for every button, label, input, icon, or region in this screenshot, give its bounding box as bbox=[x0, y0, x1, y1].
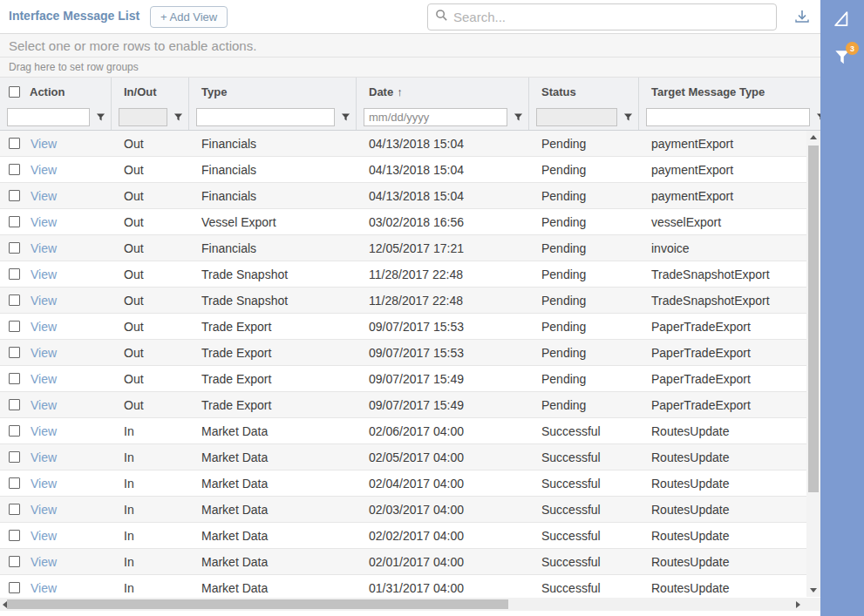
row-checkbox[interactable] bbox=[9, 347, 20, 358]
filters-tool-button[interactable]: 3 bbox=[829, 46, 855, 71]
row-checkbox[interactable] bbox=[9, 582, 20, 593]
grid-header: Action In/Out Type bbox=[0, 78, 820, 131]
view-link[interactable]: View bbox=[31, 398, 57, 412]
status-cell: Successful bbox=[529, 555, 639, 569]
column-header-date[interactable]: Date ↑ bbox=[357, 78, 529, 130]
search-box[interactable] bbox=[427, 3, 777, 30]
date-cell: 09/07/2017 15:53 bbox=[357, 346, 529, 360]
type-cell: Financials bbox=[189, 137, 357, 151]
type-cell: Trade Export bbox=[189, 372, 357, 386]
columns-tool-button[interactable] bbox=[829, 8, 855, 32]
row-checkbox[interactable] bbox=[9, 556, 20, 567]
table-row: View In Market Data 02/04/2017 04:00 Suc… bbox=[0, 470, 820, 497]
inout-filter-input[interactable] bbox=[119, 108, 167, 126]
view-link[interactable]: View bbox=[31, 137, 57, 151]
target-cell: RoutesUpdate bbox=[639, 581, 820, 595]
date-filter-input[interactable] bbox=[364, 108, 507, 126]
status-cell: Pending bbox=[529, 215, 639, 229]
status-filter-input[interactable] bbox=[536, 108, 617, 126]
row-checkbox[interactable] bbox=[9, 190, 20, 201]
action-cell: View bbox=[0, 163, 112, 177]
view-link[interactable]: View bbox=[31, 450, 57, 464]
date-cell: 02/06/2017 04:00 bbox=[357, 424, 529, 438]
type-cell: Market Data bbox=[189, 450, 357, 464]
date-cell: 04/13/2018 15:04 bbox=[357, 163, 529, 177]
target-cell: RoutesUpdate bbox=[639, 424, 820, 438]
select-all-checkbox[interactable] bbox=[9, 86, 20, 98]
view-link[interactable]: View bbox=[31, 241, 57, 255]
filter-funnel-icon[interactable] bbox=[172, 111, 184, 123]
column-label: Date bbox=[369, 85, 393, 98]
row-checkbox[interactable] bbox=[9, 477, 20, 489]
view-link[interactable]: View bbox=[31, 529, 57, 543]
table-row: View In Market Data 01/31/2017 04:00 Suc… bbox=[0, 575, 820, 597]
scroll-down-arrow[interactable] bbox=[810, 588, 817, 592]
column-label: Target Message Type bbox=[651, 85, 765, 98]
download-button[interactable] bbox=[789, 6, 815, 29]
row-checkbox[interactable] bbox=[9, 530, 20, 541]
row-checkbox[interactable] bbox=[9, 268, 20, 280]
table-row: View In Market Data 02/01/2017 04:00 Suc… bbox=[0, 549, 820, 575]
filter-funnel-icon[interactable] bbox=[94, 111, 106, 123]
row-checkbox[interactable] bbox=[9, 242, 20, 254]
view-link[interactable]: View bbox=[31, 372, 57, 386]
target-cell: paymentExport bbox=[639, 189, 820, 203]
row-checkbox[interactable] bbox=[9, 164, 20, 175]
filter-funnel-icon[interactable] bbox=[339, 111, 351, 123]
view-link[interactable]: View bbox=[31, 267, 57, 281]
action-cell: View bbox=[0, 189, 112, 203]
view-link[interactable]: View bbox=[31, 215, 57, 229]
view-link[interactable]: View bbox=[31, 294, 57, 308]
column-label: In/Out bbox=[124, 85, 157, 98]
row-checkbox[interactable] bbox=[9, 425, 20, 437]
vertical-scrollbar[interactable] bbox=[806, 131, 820, 597]
type-filter-input[interactable] bbox=[196, 108, 335, 126]
row-group-drop-zone[interactable]: Drag here to set row groups bbox=[0, 58, 820, 78]
search-input[interactable] bbox=[453, 10, 769, 24]
view-link[interactable]: View bbox=[31, 581, 57, 595]
action-cell: View bbox=[0, 581, 112, 595]
action-cell: View bbox=[0, 241, 112, 255]
view-link[interactable]: View bbox=[31, 477, 57, 491]
view-link[interactable]: View bbox=[31, 503, 57, 517]
view-link[interactable]: View bbox=[31, 346, 57, 360]
date-cell: 02/03/2017 04:00 bbox=[357, 503, 529, 517]
horizontal-scrollbar[interactable] bbox=[0, 598, 820, 611]
action-cell: View bbox=[0, 503, 112, 517]
vertical-scrollbar-thumb[interactable] bbox=[808, 146, 819, 492]
row-checkbox[interactable] bbox=[9, 399, 20, 410]
type-cell: Market Data bbox=[189, 477, 357, 491]
date-cell: 04/13/2018 15:04 bbox=[357, 189, 529, 203]
type-cell: Trade Export bbox=[189, 320, 357, 334]
view-link[interactable]: View bbox=[31, 424, 57, 438]
horizontal-scrollbar-thumb[interactable] bbox=[7, 599, 508, 609]
scroll-right-arrow[interactable] bbox=[796, 601, 800, 608]
row-checkbox[interactable] bbox=[9, 504, 20, 515]
view-link[interactable]: View bbox=[31, 189, 57, 203]
row-checkbox[interactable] bbox=[9, 451, 20, 463]
filter-funnel-icon[interactable] bbox=[512, 111, 524, 123]
rows-container: View Out Financials 04/13/2018 15:04 Pen… bbox=[0, 131, 820, 597]
filter-funnel-icon[interactable] bbox=[622, 111, 634, 123]
row-checkbox[interactable] bbox=[9, 294, 20, 306]
status-cell: Successful bbox=[529, 450, 639, 464]
row-checkbox[interactable] bbox=[9, 138, 20, 149]
add-view-button[interactable]: + Add View bbox=[150, 6, 228, 28]
inout-cell: Out bbox=[112, 189, 189, 203]
view-link[interactable]: View bbox=[31, 555, 57, 569]
view-link[interactable]: View bbox=[31, 163, 57, 177]
type-cell: Financials bbox=[189, 241, 357, 255]
table-row: View Out Trade Snapshot 11/28/2017 22:48… bbox=[0, 261, 820, 288]
column-label: Status bbox=[541, 85, 576, 98]
status-cell: Pending bbox=[529, 189, 639, 203]
scroll-up-arrow[interactable] bbox=[810, 135, 817, 139]
selection-hint-bar: Select one or more rows to enable action… bbox=[0, 34, 820, 58]
column-header-action: Action bbox=[0, 78, 112, 130]
target-filter-input[interactable] bbox=[646, 108, 810, 126]
row-checkbox[interactable] bbox=[9, 321, 20, 332]
view-link[interactable]: View bbox=[31, 320, 57, 334]
action-filter-input[interactable] bbox=[7, 108, 90, 126]
date-cell: 12/05/2017 17:21 bbox=[357, 241, 529, 255]
row-checkbox[interactable] bbox=[9, 373, 20, 384]
row-checkbox[interactable] bbox=[9, 216, 20, 227]
